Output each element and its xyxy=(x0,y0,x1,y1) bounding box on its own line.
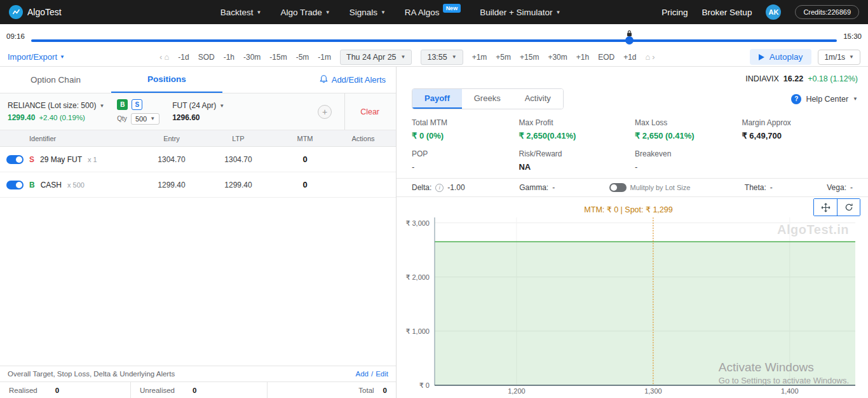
add-alert-link[interactable]: Add xyxy=(356,370,369,378)
multiply-lot-size-toggle[interactable] xyxy=(609,183,627,192)
step-back-30m[interactable]: -30m xyxy=(243,53,261,62)
delta-label: Delta: xyxy=(412,183,431,192)
buy-badge[interactable]: B xyxy=(117,99,128,110)
payoff-plot[interactable]: AlgoTest.in Activate Windows Go to Setti… xyxy=(435,217,855,385)
realised-label: Realised xyxy=(9,387,37,394)
side-badge: S xyxy=(29,155,34,164)
underlying-ltp: 1299.40 xyxy=(8,113,35,122)
home-icon: ⌂ xyxy=(646,52,651,62)
pan-tool-button[interactable] xyxy=(814,199,837,216)
credits-badge[interactable]: Credits:226869 xyxy=(795,5,859,19)
help-center-label: Help Center xyxy=(806,95,848,104)
add-edit-alerts-button[interactable]: Add/Edit Alerts xyxy=(320,67,396,93)
tab-positions[interactable]: Positions xyxy=(111,67,222,93)
gamma-label: Gamma: xyxy=(519,183,548,192)
help-center-button[interactable]: ? Help Center ▼ xyxy=(791,94,858,104)
sell-badge[interactable]: S xyxy=(132,99,142,110)
step-back-1m[interactable]: -1m xyxy=(318,53,331,62)
position-toggle[interactable] xyxy=(6,155,24,164)
entry-value: 1304.70 xyxy=(146,155,197,164)
instrument-name: 29 May FUT xyxy=(40,155,82,164)
top-navbar: AlgoTest Backtest ▼ Algo Trade ▼ Signals… xyxy=(0,0,868,24)
avatar[interactable]: AK xyxy=(766,4,781,20)
info-icon[interactable]: i xyxy=(435,184,444,192)
algotest-logo-icon xyxy=(9,5,23,19)
menu-signals[interactable]: Signals ▼ xyxy=(349,8,386,17)
buy-sell-qty-block: B S Qty 500 ▼ xyxy=(117,99,159,125)
next-arrow-icon: › xyxy=(652,52,654,62)
clear-button[interactable]: Clear xyxy=(360,107,379,116)
delta-value: -1.00 xyxy=(447,183,465,192)
slider-handle[interactable] xyxy=(625,36,634,45)
add-position-button[interactable]: + xyxy=(318,105,332,119)
menu-signals-label: Signals xyxy=(349,8,377,17)
jump-end-button[interactable]: ⌂ › xyxy=(646,52,655,62)
controls-row: Import/Export ▼ ‹ ⌂ -1d SOD -1h -30m -15… xyxy=(0,48,868,67)
col-entry: Entry xyxy=(146,135,197,142)
tab-greeks[interactable]: Greeks xyxy=(462,89,513,109)
left-tabbar: Option Chain Positions Add/Edit Alerts xyxy=(0,67,396,93)
import-export-button[interactable]: Import/Export ▼ xyxy=(8,52,65,62)
step-sod[interactable]: SOD xyxy=(198,53,215,62)
step-back-15m[interactable]: -15m xyxy=(269,53,287,62)
timeline-slider[interactable] xyxy=(31,24,837,48)
question-mark-icon: ? xyxy=(791,94,801,104)
overall-alerts-text: Overall Target, Stop Loss, Delta & Under… xyxy=(8,370,175,378)
main-content: Option Chain Positions Add/Edit Alerts R… xyxy=(0,67,868,398)
total-label: Total xyxy=(358,387,374,394)
step-eod[interactable]: EOD xyxy=(598,53,614,62)
menu-builder-simulator[interactable]: Builder + Simulator ▼ xyxy=(480,8,560,17)
slider-track[interactable] xyxy=(31,39,837,42)
move-icon xyxy=(821,203,831,212)
chevron-down-icon: ▼ xyxy=(219,103,224,109)
chevron-down-icon: ▼ xyxy=(256,10,261,15)
chevron-down-icon: ▼ xyxy=(401,54,406,60)
step-fwd-1d[interactable]: +1d xyxy=(623,53,636,62)
stat-value: ₹ 2,650(0.41%) xyxy=(519,131,635,141)
home-icon: ⌂ xyxy=(164,52,169,62)
greeks-strip: Delta: i -1.00 Gamma: - Mulitply by Lot … xyxy=(397,178,868,197)
brand[interactable]: AlgoTest xyxy=(9,5,62,19)
qty-select[interactable]: 500 ▼ xyxy=(131,113,159,125)
reset-zoom-button[interactable] xyxy=(837,199,860,216)
add-edit-alerts-label: Add/Edit Alerts xyxy=(332,75,386,85)
step-back-1d[interactable]: -1d xyxy=(178,53,189,62)
chevron-down-icon: ▼ xyxy=(853,96,858,102)
payoff-stats-grid: Total MTM ₹ 0 (0%) Max Profit ₹ 2,650(0.… xyxy=(397,113,868,178)
stat-value: NA xyxy=(519,162,635,172)
step-back-5m[interactable]: -5m xyxy=(296,53,309,62)
step-fwd-1h[interactable]: +1h xyxy=(576,53,589,62)
pricing-link[interactable]: Pricing xyxy=(661,8,688,17)
step-fwd-1m[interactable]: +1m xyxy=(472,53,487,62)
menu-algo-trade[interactable]: Algo Trade ▼ xyxy=(280,8,330,17)
edit-alert-link[interactable]: Edit xyxy=(376,370,388,378)
tab-option-chain[interactable]: Option Chain xyxy=(0,67,111,93)
tab-payoff[interactable]: Payoff xyxy=(412,89,462,109)
position-toggle[interactable] xyxy=(6,181,24,189)
step-fwd-15m[interactable]: +15m xyxy=(520,53,539,62)
speed-select[interactable]: 1m/1s ▼ xyxy=(818,50,860,65)
ltp-value: 1299.40 xyxy=(197,181,280,189)
jump-start-button[interactable]: ‹ ⌂ xyxy=(159,52,169,62)
vega-label: Vega: xyxy=(827,183,846,192)
date-value: Thu 24 Apr 25 xyxy=(346,53,397,62)
broker-setup-link[interactable]: Broker Setup xyxy=(702,8,752,17)
menu-backtest[interactable]: Backtest ▼ xyxy=(220,8,262,17)
tab-activity[interactable]: Activity xyxy=(513,89,563,109)
stat-value: - xyxy=(412,162,519,172)
stat-label: POP xyxy=(412,149,519,158)
autoplay-button[interactable]: Autoplay xyxy=(750,49,812,65)
date-picker[interactable]: Thu 24 Apr 25 ▼ xyxy=(340,50,412,65)
menu-ra-algos-label: RA Algos xyxy=(405,8,440,17)
menu-ra-algos[interactable]: RA Algos New xyxy=(405,8,461,17)
stat-breakeven: Breakeven - xyxy=(635,149,742,172)
step-fwd-5m[interactable]: +5m xyxy=(496,53,511,62)
underlying-select[interactable]: RELIANCE (Lot size: 500) ▼ xyxy=(8,101,104,110)
future-select[interactable]: FUT (24 Apr) ▼ xyxy=(172,101,224,110)
side-badge: B xyxy=(29,181,35,189)
time-picker[interactable]: 13:55 ▼ xyxy=(421,50,463,65)
underlying-name: RELIANCE (Lot size: 500) xyxy=(8,101,96,110)
step-back-1h[interactable]: -1h xyxy=(224,53,234,62)
col-identifier: Identifier xyxy=(29,135,146,142)
step-fwd-30m[interactable]: +30m xyxy=(548,53,567,62)
